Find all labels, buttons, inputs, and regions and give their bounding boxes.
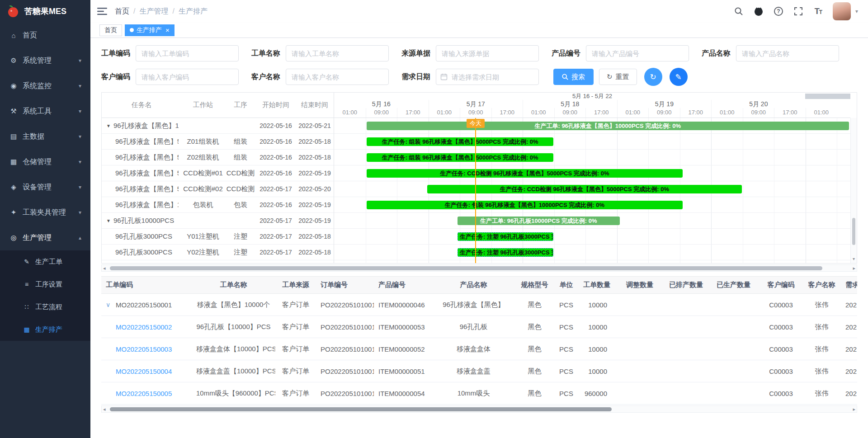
scroll-right-arrow[interactable]: ▸: [853, 407, 855, 412]
refresh-circle-button[interactable]: ↻: [644, 68, 662, 86]
sidebar-item-home[interactable]: ⌂首页: [0, 23, 90, 48]
task-bar[interactable]: 生产任务: CCD检测 96孔移液盒【黑色】5000PCS 完成比例: 0%: [367, 169, 683, 178]
task-bar[interactable]: 生产任务: CCD检测 96孔移液盒【黑色】5000PCS 完成比例: 0%: [427, 185, 742, 193]
task-name: 96孔孔板3000PCS: [115, 232, 172, 241]
cell-demand-date: 202: [841, 390, 857, 397]
tab-production-scheduling[interactable]: 生产排产×: [125, 24, 175, 36]
gantt-chart-row: 生产任务: 组装 96孔移液盒【黑色】5000PCS 完成比例: 0%: [334, 134, 850, 150]
workorder-bar[interactable]: 生产工单: 96孔孔板10000PCS 完成比例: 0%: [458, 217, 620, 225]
gantt-task-row[interactable]: ▼96孔孔板10000PCS2022-05-172022-05-19: [102, 213, 334, 229]
workorder-code-link[interactable]: MO202205150005: [116, 390, 172, 397]
collapse-triangle-icon[interactable]: ▼: [106, 123, 111, 128]
scrollbar-thumb[interactable]: [110, 407, 612, 411]
scroll-left-arrow[interactable]: ◂: [103, 407, 106, 412]
workorder-bar[interactable]: 生产工单: 96孔移液盒【黑色】10000PCS 完成比例: 0%: [367, 122, 849, 130]
workorder-code-link[interactable]: MO202205150002: [116, 323, 172, 331]
task-bar[interactable]: 生产任务: 注塑 96孔孔板3000PCS 完成比例: 0%: [458, 248, 553, 257]
orders-column-header: 客户编码: [760, 281, 802, 289]
gantt-task-row[interactable]: 96孔移液盒【黑色】5000PCSCCD检测#01CCD检测2022-05-16…: [102, 165, 334, 181]
task-bar[interactable]: 生产任务: 组装 96孔移液盒【黑色】5000PCS 完成比例: 0%: [367, 153, 553, 162]
tab-home[interactable]: 首页: [99, 24, 122, 36]
avatar[interactable]: [833, 2, 851, 20]
table-horizontal-scrollbar[interactable]: ◂ ▸: [101, 405, 857, 413]
table-row[interactable]: MO20220515000510mm吸头【960000】PCS客户订单PO202…: [101, 382, 857, 405]
table-row[interactable]: MO20220515000296孔孔板【10000】PCS客户订单PO20220…: [101, 316, 857, 338]
chevron-down-icon: ▾: [79, 159, 81, 165]
collapse-triangle-icon[interactable]: ▼: [106, 218, 111, 223]
task-bar[interactable]: 生产任务: 组装 96孔移液盒【黑色】5000PCS 完成比例: 0%: [367, 137, 553, 146]
sidebar-item-label: 系统工具: [23, 107, 52, 116]
product-code-input[interactable]: [586, 45, 689, 61]
search-icon[interactable]: [733, 6, 744, 17]
workorder-name-input[interactable]: [286, 45, 389, 61]
sidebar-item-process-settings[interactable]: ≡工序设置: [0, 273, 90, 296]
cell-item-no: ITEM00000053: [374, 323, 432, 331]
help-icon[interactable]: ?: [773, 6, 784, 17]
demand-date-input[interactable]: [436, 69, 539, 85]
scroll-down-arrow[interactable]: ▾: [851, 256, 857, 263]
product-name-input[interactable]: [736, 45, 839, 61]
table-row[interactable]: ∨MO202205150001移液盒【黑色】10000个客户订单PO202205…: [101, 294, 857, 316]
timeline-hour-label: 01:00: [334, 108, 366, 118]
filter-field-customer-code: 客户编码: [101, 69, 239, 85]
sidebar-item-master-data[interactable]: ▤主数据▾: [0, 124, 90, 149]
sidebar-item-system-management[interactable]: ⚙系统管理▾: [0, 48, 90, 73]
timeline-scroll-block[interactable]: [805, 94, 850, 99]
customer-code-input[interactable]: [136, 69, 239, 85]
table-row[interactable]: MO202205150003移液盒盒体【10000】PCS客户订单PO20220…: [101, 338, 857, 360]
table-row[interactable]: MO202205150004移液盒盒盖【10000】PCS客户订单PO20220…: [101, 360, 857, 382]
close-icon[interactable]: ×: [165, 27, 170, 33]
equipment-icon: ◈: [9, 183, 18, 191]
gantt-task-row[interactable]: 96孔移液盒【黑色】10000PCS包装机包装2022-05-162022-05…: [102, 197, 334, 213]
cell-source: 客户订单: [275, 367, 316, 376]
gantt-task-row[interactable]: 96孔移液盒【黑色】5000PCSCCD检测#02CCD检测2022-05-17…: [102, 181, 334, 197]
app-logo[interactable]: 苦糖果MES: [0, 0, 90, 23]
gantt-task-row[interactable]: 96孔孔板3000PCSY03注塑机注塑2022-05-172022-05-18: [102, 260, 334, 263]
gantt-task-row[interactable]: 96孔孔板3000PCSY02注塑机注塑2022-05-172022-05-18: [102, 245, 334, 260]
sidebar-item-process-flow[interactable]: ∷工艺流程: [0, 296, 90, 318]
cell-unit: PCS: [554, 390, 579, 397]
sidebar-item-system-tools[interactable]: ⚒系统工具▾: [0, 99, 90, 124]
sidebar-item-fixture-management[interactable]: ✦工装夹具管理▾: [0, 200, 90, 225]
scroll-right-arrow[interactable]: ▸: [853, 266, 855, 271]
task-bar[interactable]: 生产任务: 注塑 96孔孔板3000PCS 完成比例: 0%: [458, 232, 553, 241]
scrollbar-thumb[interactable]: [852, 218, 855, 245]
gantt-task-row[interactable]: 96孔孔板3000PCSY01注塑机注塑2022-05-172022-05-18: [102, 229, 334, 245]
scrollbar-thumb[interactable]: [110, 266, 822, 270]
today-line: [475, 118, 476, 263]
breadcrumb-item[interactable]: 生产管理: [139, 7, 168, 16]
github-icon[interactable]: [753, 6, 764, 17]
workorder-code-link[interactable]: MO202205150003: [116, 345, 172, 353]
gantt-task-row[interactable]: 96孔移液盒【黑色】5000PCSZ01组装机组装2022-05-162022-…: [102, 134, 334, 150]
sidebar-item-warehouse-management[interactable]: ▦仓储管理▾: [0, 149, 90, 174]
source-document-input[interactable]: [436, 45, 539, 61]
hamburger-icon[interactable]: [90, 0, 114, 23]
cell-order-no: PO202205101001: [316, 345, 374, 353]
search-button[interactable]: 搜索: [553, 69, 594, 85]
workorder-code-input[interactable]: [136, 45, 239, 61]
customer-name-input[interactable]: [286, 69, 389, 85]
reset-button[interactable]: ↻ 重置: [599, 69, 637, 85]
cell-qty: 10000: [579, 345, 622, 353]
chevron-down-icon: ▾: [79, 209, 81, 216]
sidebar-item-production-workorder[interactable]: ✎生产工单: [0, 250, 90, 273]
workorder-code-link[interactable]: MO202205150004: [116, 367, 172, 375]
active-tab-dot: [130, 28, 134, 32]
sidebar-item-production-management[interactable]: ◎生产管理▴: [0, 225, 90, 250]
chevron-down-icon[interactable]: ∨: [106, 301, 116, 308]
fullscreen-icon[interactable]: [793, 6, 804, 17]
sidebar-item-production-scheduling[interactable]: ▦生产排产: [0, 318, 90, 341]
gantt-task-row[interactable]: ▼96孔移液盒【黑色】10000PCS2022-05-162022-05-21: [102, 118, 334, 134]
chevron-down-icon[interactable]: ▾: [855, 8, 858, 14]
gantt-vertical-scrollbar[interactable]: ▾: [850, 118, 857, 263]
task-bar[interactable]: 生产任务: 包装 96孔移液盒【黑色】10000PCS 完成比例: 0%: [367, 201, 683, 209]
sidebar-item-system-monitor[interactable]: ◉系统监控▾: [0, 73, 90, 99]
gantt-horizontal-scrollbar[interactable]: ◂ ▸: [101, 264, 857, 272]
sidebar-item-equipment-management[interactable]: ◈设备管理▾: [0, 174, 90, 200]
gantt-task-row[interactable]: 96孔移液盒【黑色】5000PCSZ02组装机组装2022-05-162022-…: [102, 150, 334, 165]
edit-circle-button[interactable]: ✎: [670, 68, 688, 86]
breadcrumb-item[interactable]: 首页: [115, 7, 129, 16]
font-size-icon[interactable]: TT: [813, 6, 824, 17]
reset-button-label: 重置: [616, 73, 629, 81]
scroll-left-arrow[interactable]: ◂: [103, 266, 106, 271]
